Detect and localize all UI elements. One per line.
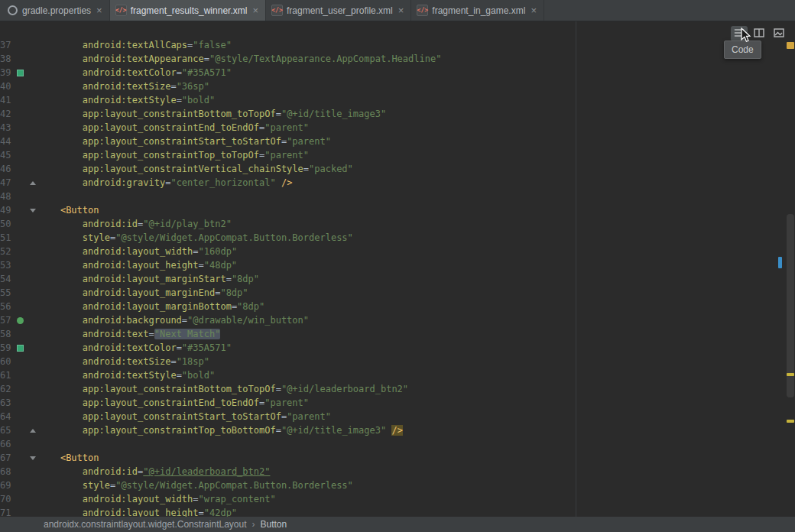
tab-close-icon[interactable]: × — [96, 5, 102, 15]
line-number: 37 — [0, 38, 13, 52]
code-line[interactable]: 65 app:layout_constraintTop_toBottomOf="… — [0, 423, 795, 437]
fold-start-icon[interactable] — [27, 203, 38, 217]
gutter-mark-slot — [13, 52, 27, 66]
color-preview-icon[interactable] — [13, 341, 27, 355]
breadcrumb-item[interactable]: androidx.constraintlayout.widget.Constra… — [44, 519, 247, 530]
gutter-mark-slot — [13, 410, 27, 423]
code-line[interactable]: 40 android:textSize="36sp" — [0, 79, 795, 93]
code-line[interactable]: 67 <Button — [0, 451, 795, 465]
code-line[interactable]: 69 style="@style/Widget.AppCompat.Button… — [0, 478, 795, 492]
token-eq: = — [276, 425, 281, 436]
token-str: "@style/TextAppearance.AppCompat.Headlin… — [209, 54, 441, 64]
editor-tab[interactable]: </>fragment_user_profile.xml× — [266, 0, 411, 21]
gutter-mark-slot — [13, 492, 27, 506]
code-line[interactable]: 44 app:layout_constraintStart_toStartOf=… — [0, 135, 795, 148]
token-str: "@style/Widget.AppCompat.Button.Borderle… — [115, 232, 353, 243]
code-line[interactable]: 38 android:textAppearance="@style/TextAp… — [0, 52, 795, 66]
editor-tab[interactable]: gradle.properties× — [2, 0, 110, 21]
code-line[interactable]: 56 android:layout_marginBottom="8dp" — [0, 300, 795, 313]
design-view-button[interactable] — [771, 26, 787, 41]
tab-close-icon[interactable]: × — [531, 5, 537, 15]
tab-close-icon[interactable]: × — [252, 5, 258, 15]
code-line[interactable]: 58 android:text="Next Match" — [0, 327, 795, 341]
fold-start-icon[interactable] — [27, 451, 38, 465]
code-line[interactable]: 59 android:textColor="#35A571" — [0, 341, 795, 355]
token-str: "false" — [193, 40, 232, 50]
gutter-mark-slot — [13, 355, 27, 368]
fold-slot — [27, 135, 38, 148]
fold-end-icon[interactable] — [27, 423, 38, 437]
code-line[interactable]: 48 — [0, 190, 795, 203]
code-line[interactable]: 41 android:textStyle="bold" — [0, 93, 795, 107]
tab-close-icon[interactable]: × — [398, 5, 404, 15]
code-text: app:layout_constraintEnd_toEndOf="parent… — [38, 121, 795, 135]
editor-tab[interactable]: </>fragment_in_game.xml× — [411, 0, 544, 21]
code-line[interactable]: 70 android:layout_width="wrap_content" — [0, 492, 795, 506]
split-view-icon — [753, 27, 765, 41]
code-line[interactable]: 68 android:id="@+id/leaderboard_btn2" — [0, 465, 795, 478]
code-line[interactable]: 39 android:textColor="#35A571" — [0, 66, 795, 79]
code-text: <Button — [38, 203, 795, 217]
editor-tab[interactable]: </>fragment_results_winner.xml× — [110, 0, 266, 21]
code-text: android:textSize="18sp" — [38, 355, 795, 368]
token-str: "@+id/play_btn2" — [143, 219, 232, 229]
code-line[interactable]: 54 android:layout_marginStart="8dp" — [0, 272, 795, 286]
code-line[interactable]: 71 android:layout_height="42dp" — [0, 506, 795, 517]
gutter-mark — [17, 317, 24, 324]
code-line[interactable]: 52 android:layout_width="160dp" — [0, 245, 795, 258]
line-number: 58 — [0, 327, 13, 341]
line-number: 41 — [0, 93, 13, 107]
code-line[interactable]: 55 android:layout_marginEnd="8dp" — [0, 286, 795, 300]
code-area[interactable]: 37 android:textAllCaps="false"38 android… — [0, 21, 795, 517]
fold-slot — [27, 492, 38, 506]
breadcrumb-item[interactable]: Button — [261, 519, 287, 530]
code-line[interactable]: 46 app:layout_constraintVertical_chainSt… — [0, 162, 795, 176]
split-view-button[interactable] — [751, 26, 767, 41]
token-attr: android:textSize — [83, 81, 171, 92]
token-attr: app:layout_constraintVertical_chainStyle — [83, 164, 303, 174]
code-line[interactable]: 37 android:textAllCaps="false" — [0, 38, 795, 52]
gutter-mark-slot — [13, 506, 27, 517]
scrollbar[interactable] — [786, 21, 795, 517]
code-line[interactable]: 45 app:layout_constraintTop_toTopOf="par… — [0, 148, 795, 162]
code-line[interactable]: 43 app:layout_constraintEnd_toEndOf="par… — [0, 121, 795, 135]
code-line[interactable]: 51 style="@style/Widget.AppCompat.Button… — [0, 231, 795, 245]
token-eq: = — [182, 315, 187, 326]
gutter-mark-slot — [13, 300, 27, 313]
gutter-mark-slot — [13, 478, 27, 492]
code-line[interactable]: 62 app:layout_constraintBottom_toTopOf="… — [0, 382, 795, 396]
gutter-mark-slot — [13, 451, 27, 465]
code-line[interactable]: 60 android:textSize="18sp" — [0, 355, 795, 368]
token-str: "8dp" — [237, 301, 264, 312]
code-text: app:layout_constraintVertical_chainStyle… — [38, 162, 795, 176]
code-line[interactable]: 53 android:layout_height="48dp" — [0, 258, 795, 272]
token-eq: = — [177, 95, 182, 105]
code-line[interactable]: 42 app:layout_constraintBottom_toTopOf="… — [0, 107, 795, 121]
code-tooltip: Code — [724, 41, 761, 59]
fold-end-icon[interactable] — [27, 176, 38, 190]
code-text: app:layout_constraintTop_toBottomOf="@+i… — [38, 423, 795, 437]
code-line[interactable]: 64 app:layout_constraintStart_toStartOf=… — [0, 410, 795, 423]
editor[interactable]: 37 android:textAllCaps="false"38 android… — [0, 21, 795, 517]
code-line[interactable]: 49 <Button — [0, 203, 795, 217]
gutter-mark-slot — [13, 272, 27, 286]
line-number: 63 — [0, 396, 13, 410]
scrollbar-thumb[interactable] — [787, 214, 794, 397]
code-line[interactable]: 57 android:background="@drawable/win_but… — [0, 313, 795, 327]
code-view-button[interactable] — [731, 26, 748, 41]
fold-slot — [27, 93, 38, 107]
code-text: android:layout_marginStart="8dp" — [38, 272, 795, 286]
code-line[interactable]: 66 — [0, 437, 795, 451]
fold-slot — [27, 258, 38, 272]
code-line[interactable]: 61 android:textStyle="bold" — [0, 368, 795, 382]
drawable-preview-icon[interactable] — [13, 313, 27, 327]
code-text: android:layout_height="48dp" — [38, 258, 795, 272]
code-line[interactable]: 50 android:id="@+id/play_btn2" — [0, 217, 795, 231]
code-line[interactable]: 47 android:gravity="center_horizontal" /… — [0, 176, 795, 190]
fold-slot — [27, 66, 38, 79]
breadcrumb: androidx.constraintlayout.widget.Constra… — [0, 517, 795, 532]
fold-slot — [27, 368, 38, 382]
code-line[interactable]: 63 app:layout_constraintEnd_toEndOf="par… — [0, 396, 795, 410]
color-preview-icon[interactable] — [13, 66, 27, 79]
gutter-mark-slot — [13, 176, 27, 190]
